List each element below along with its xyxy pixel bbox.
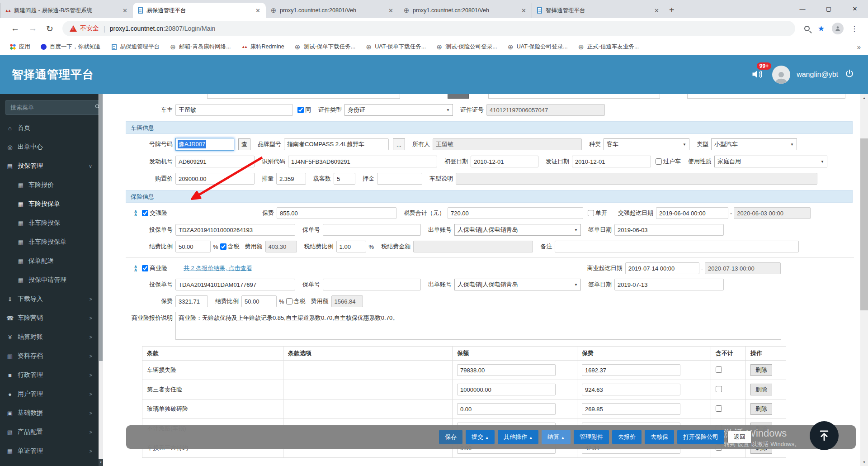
window-close-button[interactable]: ✕ bbox=[842, 0, 868, 18]
bookmark-baidu[interactable]: 百度一下，你就知道 bbox=[40, 43, 101, 51]
compulsory-checkbox[interactable] bbox=[142, 210, 148, 216]
comm-app-no-input[interactable] bbox=[175, 279, 295, 290]
user-avatar[interactable] bbox=[772, 66, 790, 84]
security-warning-label[interactable]: 不安全 bbox=[80, 24, 99, 33]
bookmark-uat-login[interactable]: ⊕UAT-保险公司登录... bbox=[507, 43, 568, 51]
collapse-chevrons-icon[interactable]: ∧∧ bbox=[131, 210, 140, 216]
submit-button[interactable]: 提交▲ bbox=[466, 430, 495, 444]
sidebar-item-settlement[interactable]: ¥结算对账> bbox=[0, 328, 99, 347]
plate-search-button[interactable]: 查 bbox=[238, 138, 250, 150]
deposit-input[interactable] bbox=[377, 173, 422, 185]
warning-icon[interactable]: ! bbox=[70, 25, 77, 32]
brand-more-button[interactable]: ... bbox=[393, 138, 405, 150]
comp-premium-input[interactable] bbox=[277, 207, 396, 219]
seats-input[interactable] bbox=[334, 173, 355, 185]
clause-premium-input[interactable] bbox=[582, 364, 680, 376]
delete-button[interactable]: 删除 bbox=[750, 384, 772, 395]
window-minimize-button[interactable]: — bbox=[789, 0, 816, 18]
comp-fee-ratio-input[interactable] bbox=[175, 241, 211, 252]
comm-desc-textarea[interactable]: 商业险：无赔款优待及上年赔款记录0.85,自主渠道系数0.70,自主核保优惠系数… bbox=[175, 312, 781, 340]
manage-attachments-button[interactable]: 管理附件 bbox=[574, 430, 609, 444]
browser-tab[interactable]: ⊕ proxy1.countnet.cn:20801/Veh ✕ bbox=[399, 3, 532, 18]
brand-input[interactable] bbox=[284, 138, 389, 150]
menu-search-input[interactable] bbox=[5, 100, 94, 115]
sidebar-item-auto-policy[interactable]: ▦车险投保单 bbox=[0, 195, 99, 214]
bookmark-star-icon[interactable]: ★ bbox=[818, 24, 825, 33]
owner-input[interactable] bbox=[175, 104, 293, 116]
profile-avatar[interactable] bbox=[832, 23, 844, 34]
browser-menu-icon[interactable]: ⋮ bbox=[851, 24, 858, 33]
bookmark-prod[interactable]: ⊕正式-信通车友业务... bbox=[578, 43, 639, 51]
engine-input[interactable] bbox=[175, 156, 255, 167]
sidebar-item-basic-data[interactable]: ▣基础数据> bbox=[0, 404, 99, 423]
open-insurer-button[interactable]: 打开保险公司 bbox=[677, 430, 724, 444]
sidebar-item-issue-center[interactable]: ◎出单中心 bbox=[0, 138, 99, 157]
clause-premium-input[interactable] bbox=[582, 403, 680, 415]
comp-policy-no-input[interactable] bbox=[323, 224, 421, 236]
sidebar-item-download-import[interactable]: ⇓下载导入> bbox=[0, 290, 99, 309]
include-deduct-checkbox[interactable] bbox=[716, 366, 722, 373]
tab-close-icon[interactable]: ✕ bbox=[121, 7, 129, 14]
sidebar-item-auto-marketing[interactable]: ☎车险营销> bbox=[0, 309, 99, 328]
comp-sign-date-input[interactable] bbox=[614, 224, 724, 236]
vin-input[interactable] bbox=[288, 156, 437, 167]
clause-amount-input[interactable] bbox=[457, 364, 556, 376]
sidebar-item-policy-delivery[interactable]: ▦保单配送 bbox=[0, 252, 99, 271]
browser-tab[interactable]: 智择通管理平台 ✕ bbox=[532, 3, 665, 18]
delete-button[interactable]: 删除 bbox=[750, 364, 772, 376]
browser-tab[interactable]: ▲▲ 新建问题 - 易保通-B/S管理系统 ✕ bbox=[0, 3, 133, 18]
browser-tab[interactable]: ⊕ proxy1.countnet.cn:20801/Veh ✕ bbox=[266, 3, 399, 18]
clause-premium-input[interactable] bbox=[582, 384, 680, 395]
clause-amount-input[interactable] bbox=[457, 384, 556, 395]
comm-account-select[interactable]: 人保电销|人保电销青岛▼ bbox=[454, 279, 581, 290]
back-to-top-button[interactable] bbox=[810, 421, 839, 450]
transfer-checkbox[interactable] bbox=[656, 158, 662, 165]
commercial-checkbox[interactable] bbox=[142, 265, 148, 271]
bookmark-test-download[interactable]: ⊕测试-保单下载任务... bbox=[294, 43, 356, 51]
settle-button[interactable]: 结算▲ bbox=[542, 430, 571, 444]
clause-amount-input[interactable] bbox=[457, 403, 556, 415]
sidebar-item-insure-mgmt[interactable]: ▤投保管理∨ bbox=[0, 157, 99, 176]
scroll-down-icon[interactable]: ▼ bbox=[860, 458, 868, 466]
issue-date-input[interactable] bbox=[572, 156, 651, 167]
separate-checkbox[interactable] bbox=[588, 210, 594, 216]
type-select[interactable]: 小型汽车▼ bbox=[711, 138, 797, 150]
same-owner-checkbox[interactable] bbox=[297, 107, 304, 113]
displacement-input[interactable] bbox=[276, 173, 306, 185]
first-reg-input[interactable] bbox=[471, 156, 538, 167]
comp-tax-input[interactable] bbox=[448, 207, 583, 219]
tab-close-icon[interactable]: ✕ bbox=[254, 7, 262, 14]
sidebar-item-insure-apply[interactable]: ▦投保申请管理 bbox=[0, 271, 99, 290]
usage-select[interactable]: 家庭自用▼ bbox=[714, 156, 827, 167]
sidebar-item-home[interactable]: ⌂首页 bbox=[0, 119, 99, 138]
tab-close-icon[interactable]: ✕ bbox=[652, 7, 661, 14]
notification-speaker-icon[interactable]: 99+ bbox=[750, 68, 766, 81]
comp-app-no-input[interactable] bbox=[175, 224, 295, 236]
sidebar-item-archives[interactable]: ▥资料存档> bbox=[0, 347, 99, 366]
go-quote-button[interactable]: 去报价 bbox=[612, 430, 642, 444]
go-underwrite-button[interactable]: 去核保 bbox=[645, 430, 674, 444]
bookmark-mail[interactable]: ⊕邮箱-青岛康特网络... bbox=[170, 43, 231, 51]
comm-premium-input[interactable] bbox=[175, 295, 208, 307]
sidebar-item-admin[interactable]: ■行政管理> bbox=[0, 366, 99, 385]
id-type-select[interactable]: 身份证▼ bbox=[344, 104, 453, 116]
collapse-chevrons-icon[interactable]: ∧∧ bbox=[131, 265, 140, 271]
scrollbar-thumb[interactable] bbox=[99, 94, 103, 361]
sidebar-item-auto-quote[interactable]: ▦车险报价 bbox=[0, 176, 99, 195]
sidebar-item-nonauto-insure[interactable]: ▦非车险投保 bbox=[0, 214, 99, 233]
sidebar-item-product-config[interactable]: ▧产品配置> bbox=[0, 423, 99, 442]
comp-period-start-input[interactable] bbox=[656, 207, 728, 219]
logout-power-icon[interactable] bbox=[844, 69, 854, 81]
comm-fee-ratio-input[interactable] bbox=[241, 295, 277, 307]
bookmark-redmine[interactable]: ▲▲康特Redmine bbox=[241, 43, 284, 51]
refresh-icon[interactable]: ↻ bbox=[46, 24, 53, 34]
comm-tax-incl-checkbox[interactable] bbox=[286, 298, 292, 304]
tab-close-icon[interactable]: ✕ bbox=[387, 7, 395, 14]
sidebar-item-doc-mgmt[interactable]: ▦单证管理> bbox=[0, 442, 99, 461]
comp-remark-input[interactable] bbox=[555, 241, 799, 252]
sidebar-scrollbar[interactable]: ▼ bbox=[99, 94, 103, 466]
window-maximize-button[interactable]: ▢ bbox=[816, 0, 842, 18]
comp-tax-incl-checkbox[interactable] bbox=[220, 243, 226, 250]
include-deduct-checkbox[interactable] bbox=[716, 386, 722, 392]
url-field[interactable]: ! 不安全 | proxy1.countnet.cn :20807/Login/… bbox=[62, 21, 795, 36]
